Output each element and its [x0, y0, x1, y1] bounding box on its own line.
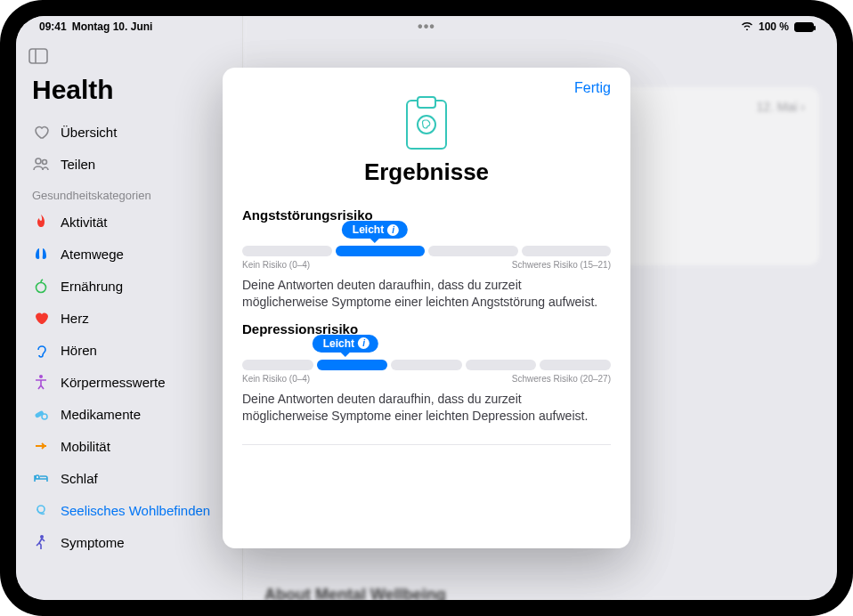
- divider: [242, 444, 611, 445]
- risk-badge[interactable]: Leichti: [313, 335, 378, 353]
- gauge-segment: [317, 360, 388, 370]
- risk-description: Deine Antworten deuten daraufhin, dass d…: [242, 391, 611, 425]
- risk-title: Angststörungsrisiko: [242, 207, 611, 223]
- wifi-icon: [741, 20, 753, 33]
- battery-icon: [794, 22, 814, 32]
- multitask-dots-icon[interactable]: •••: [418, 19, 435, 35]
- gauge-segment: [540, 360, 611, 370]
- status-date: Montag 10. Juni: [72, 20, 153, 33]
- status-bar: 09:41 Montag 10. Juni ••• 100 %: [16, 16, 837, 37]
- gauge-segment: [391, 360, 462, 370]
- risk-section: AngststörungsrisikoLeichtiKein Risiko (0…: [242, 207, 611, 311]
- screen: 09:41 Montag 10. Juni ••• 100 %: [16, 16, 837, 600]
- gauge-low-label: Kein Risiko (0–4): [242, 374, 310, 384]
- gauge-low-label: Kein Risiko (0–4): [242, 260, 310, 270]
- gauge-high-label: Schweres Risiko (20–27): [512, 374, 611, 384]
- gauge-segment: [242, 360, 313, 370]
- battery-text: 100 %: [759, 20, 789, 33]
- status-time: 09:41: [39, 20, 67, 33]
- info-icon[interactable]: i: [387, 224, 399, 236]
- gauge-segment: [336, 246, 426, 256]
- modal-title: Ergebnisse: [364, 158, 489, 186]
- gauge-segment: [428, 246, 518, 256]
- risk-badge-label: Leicht: [353, 223, 384, 236]
- risk-gauge: LeichtiKein Risiko (0–4)Schweres Risiko …: [242, 246, 611, 270]
- clipboard-brain-icon: [406, 100, 447, 150]
- info-icon[interactable]: i: [358, 337, 370, 349]
- risk-gauge: LeichtiKein Risiko (0–4)Schweres Risiko …: [242, 360, 611, 384]
- risk-description: Deine Antworten deuten daraufhin, dass d…: [242, 277, 611, 311]
- done-button[interactable]: Fertig: [574, 80, 611, 96]
- risk-badge[interactable]: Leichti: [342, 221, 408, 239]
- risk-badge-label: Leicht: [323, 337, 354, 350]
- gauge-high-label: Schweres Risiko (15–21): [512, 260, 611, 270]
- gauge-segment: [522, 246, 612, 256]
- device-frame: 09:41 Montag 10. Juni ••• 100 %: [0, 0, 853, 616]
- risk-title: Depressionsrisiko: [242, 321, 611, 336]
- risk-section: DepressionsrisikoLeichtiKein Risiko (0–4…: [242, 321, 611, 425]
- gauge-segment: [466, 360, 537, 370]
- results-modal: Fertig Ergebnisse AngststörungsrisikoLei…: [223, 68, 630, 548]
- gauge-segment: [242, 246, 332, 256]
